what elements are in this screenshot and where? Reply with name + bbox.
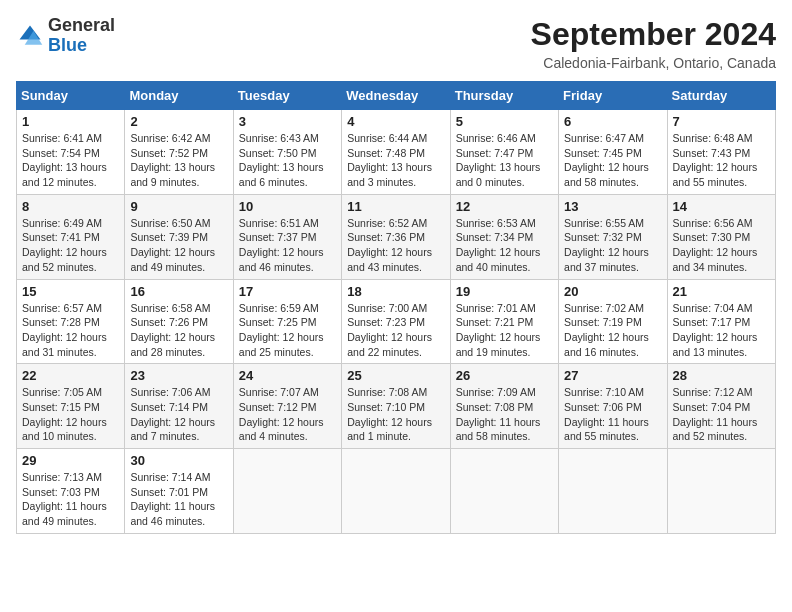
day-info: Sunrise: 6:49 AMSunset: 7:41 PMDaylight:…	[22, 216, 119, 275]
calendar-week-row: 1Sunrise: 6:41 AMSunset: 7:54 PMDaylight…	[17, 110, 776, 195]
day-info: Sunrise: 6:59 AMSunset: 7:25 PMDaylight:…	[239, 301, 336, 360]
calendar-cell: 11Sunrise: 6:52 AMSunset: 7:36 PMDayligh…	[342, 194, 450, 279]
day-number: 25	[347, 368, 444, 383]
calendar-cell: 26Sunrise: 7:09 AMSunset: 7:08 PMDayligh…	[450, 364, 558, 449]
weekday-header-monday: Monday	[125, 82, 233, 110]
day-number: 28	[673, 368, 770, 383]
calendar-cell: 16Sunrise: 6:58 AMSunset: 7:26 PMDayligh…	[125, 279, 233, 364]
calendar-subtitle: Caledonia-Fairbank, Ontario, Canada	[531, 55, 776, 71]
day-info: Sunrise: 6:55 AMSunset: 7:32 PMDaylight:…	[564, 216, 661, 275]
day-info: Sunrise: 7:07 AMSunset: 7:12 PMDaylight:…	[239, 385, 336, 444]
day-number: 18	[347, 284, 444, 299]
day-info: Sunrise: 7:02 AMSunset: 7:19 PMDaylight:…	[564, 301, 661, 360]
calendar-cell: 14Sunrise: 6:56 AMSunset: 7:30 PMDayligh…	[667, 194, 775, 279]
day-info: Sunrise: 6:53 AMSunset: 7:34 PMDaylight:…	[456, 216, 553, 275]
day-number: 2	[130, 114, 227, 129]
day-number: 24	[239, 368, 336, 383]
calendar-cell: 18Sunrise: 7:00 AMSunset: 7:23 PMDayligh…	[342, 279, 450, 364]
day-number: 12	[456, 199, 553, 214]
calendar-cell: 15Sunrise: 6:57 AMSunset: 7:28 PMDayligh…	[17, 279, 125, 364]
weekday-header-wednesday: Wednesday	[342, 82, 450, 110]
day-info: Sunrise: 7:13 AMSunset: 7:03 PMDaylight:…	[22, 470, 119, 529]
calendar-cell	[233, 449, 341, 534]
day-info: Sunrise: 6:58 AMSunset: 7:26 PMDaylight:…	[130, 301, 227, 360]
day-info: Sunrise: 6:50 AMSunset: 7:39 PMDaylight:…	[130, 216, 227, 275]
day-number: 21	[673, 284, 770, 299]
calendar-cell: 30Sunrise: 7:14 AMSunset: 7:01 PMDayligh…	[125, 449, 233, 534]
logo-general: General	[48, 15, 115, 35]
calendar-cell: 9Sunrise: 6:50 AMSunset: 7:39 PMDaylight…	[125, 194, 233, 279]
calendar-title: September 2024	[531, 16, 776, 53]
weekday-header-row: SundayMondayTuesdayWednesdayThursdayFrid…	[17, 82, 776, 110]
logo: General Blue	[16, 16, 115, 56]
day-number: 10	[239, 199, 336, 214]
day-info: Sunrise: 7:08 AMSunset: 7:10 PMDaylight:…	[347, 385, 444, 444]
calendar-cell: 28Sunrise: 7:12 AMSunset: 7:04 PMDayligh…	[667, 364, 775, 449]
calendar-table: SundayMondayTuesdayWednesdayThursdayFrid…	[16, 81, 776, 534]
calendar-cell: 13Sunrise: 6:55 AMSunset: 7:32 PMDayligh…	[559, 194, 667, 279]
calendar-cell: 2Sunrise: 6:42 AMSunset: 7:52 PMDaylight…	[125, 110, 233, 195]
calendar-cell: 5Sunrise: 6:46 AMSunset: 7:47 PMDaylight…	[450, 110, 558, 195]
calendar-cell: 4Sunrise: 6:44 AMSunset: 7:48 PMDaylight…	[342, 110, 450, 195]
calendar-cell: 12Sunrise: 6:53 AMSunset: 7:34 PMDayligh…	[450, 194, 558, 279]
calendar-cell: 8Sunrise: 6:49 AMSunset: 7:41 PMDaylight…	[17, 194, 125, 279]
day-number: 20	[564, 284, 661, 299]
day-number: 16	[130, 284, 227, 299]
calendar-week-row: 29Sunrise: 7:13 AMSunset: 7:03 PMDayligh…	[17, 449, 776, 534]
calendar-cell	[667, 449, 775, 534]
calendar-week-row: 8Sunrise: 6:49 AMSunset: 7:41 PMDaylight…	[17, 194, 776, 279]
day-info: Sunrise: 6:43 AMSunset: 7:50 PMDaylight:…	[239, 131, 336, 190]
day-number: 15	[22, 284, 119, 299]
day-info: Sunrise: 6:44 AMSunset: 7:48 PMDaylight:…	[347, 131, 444, 190]
calendar-cell: 23Sunrise: 7:06 AMSunset: 7:14 PMDayligh…	[125, 364, 233, 449]
day-number: 1	[22, 114, 119, 129]
day-info: Sunrise: 7:00 AMSunset: 7:23 PMDaylight:…	[347, 301, 444, 360]
day-number: 9	[130, 199, 227, 214]
day-number: 22	[22, 368, 119, 383]
day-info: Sunrise: 7:09 AMSunset: 7:08 PMDaylight:…	[456, 385, 553, 444]
calendar-cell	[450, 449, 558, 534]
day-number: 6	[564, 114, 661, 129]
day-number: 19	[456, 284, 553, 299]
logo-text: General Blue	[48, 16, 115, 56]
calendar-cell	[559, 449, 667, 534]
calendar-cell: 6Sunrise: 6:47 AMSunset: 7:45 PMDaylight…	[559, 110, 667, 195]
day-number: 3	[239, 114, 336, 129]
calendar-cell: 17Sunrise: 6:59 AMSunset: 7:25 PMDayligh…	[233, 279, 341, 364]
day-number: 11	[347, 199, 444, 214]
calendar-cell: 21Sunrise: 7:04 AMSunset: 7:17 PMDayligh…	[667, 279, 775, 364]
calendar-cell: 24Sunrise: 7:07 AMSunset: 7:12 PMDayligh…	[233, 364, 341, 449]
calendar-cell: 27Sunrise: 7:10 AMSunset: 7:06 PMDayligh…	[559, 364, 667, 449]
day-info: Sunrise: 7:14 AMSunset: 7:01 PMDaylight:…	[130, 470, 227, 529]
calendar-cell: 20Sunrise: 7:02 AMSunset: 7:19 PMDayligh…	[559, 279, 667, 364]
logo-blue: Blue	[48, 35, 87, 55]
calendar-cell: 1Sunrise: 6:41 AMSunset: 7:54 PMDaylight…	[17, 110, 125, 195]
day-info: Sunrise: 6:56 AMSunset: 7:30 PMDaylight:…	[673, 216, 770, 275]
day-info: Sunrise: 7:05 AMSunset: 7:15 PMDaylight:…	[22, 385, 119, 444]
day-info: Sunrise: 7:10 AMSunset: 7:06 PMDaylight:…	[564, 385, 661, 444]
day-number: 26	[456, 368, 553, 383]
day-info: Sunrise: 6:48 AMSunset: 7:43 PMDaylight:…	[673, 131, 770, 190]
day-info: Sunrise: 7:01 AMSunset: 7:21 PMDaylight:…	[456, 301, 553, 360]
calendar-cell: 22Sunrise: 7:05 AMSunset: 7:15 PMDayligh…	[17, 364, 125, 449]
day-info: Sunrise: 7:06 AMSunset: 7:14 PMDaylight:…	[130, 385, 227, 444]
weekday-header-tuesday: Tuesday	[233, 82, 341, 110]
day-info: Sunrise: 7:04 AMSunset: 7:17 PMDaylight:…	[673, 301, 770, 360]
day-number: 14	[673, 199, 770, 214]
day-info: Sunrise: 6:52 AMSunset: 7:36 PMDaylight:…	[347, 216, 444, 275]
title-area: September 2024 Caledonia-Fairbank, Ontar…	[531, 16, 776, 71]
weekday-header-friday: Friday	[559, 82, 667, 110]
day-number: 29	[22, 453, 119, 468]
day-number: 13	[564, 199, 661, 214]
logo-icon	[16, 22, 44, 50]
day-info: Sunrise: 6:46 AMSunset: 7:47 PMDaylight:…	[456, 131, 553, 190]
day-number: 8	[22, 199, 119, 214]
day-number: 30	[130, 453, 227, 468]
calendar-cell: 7Sunrise: 6:48 AMSunset: 7:43 PMDaylight…	[667, 110, 775, 195]
calendar-week-row: 22Sunrise: 7:05 AMSunset: 7:15 PMDayligh…	[17, 364, 776, 449]
day-info: Sunrise: 7:12 AMSunset: 7:04 PMDaylight:…	[673, 385, 770, 444]
weekday-header-saturday: Saturday	[667, 82, 775, 110]
day-info: Sunrise: 6:57 AMSunset: 7:28 PMDaylight:…	[22, 301, 119, 360]
day-info: Sunrise: 6:47 AMSunset: 7:45 PMDaylight:…	[564, 131, 661, 190]
day-info: Sunrise: 6:42 AMSunset: 7:52 PMDaylight:…	[130, 131, 227, 190]
